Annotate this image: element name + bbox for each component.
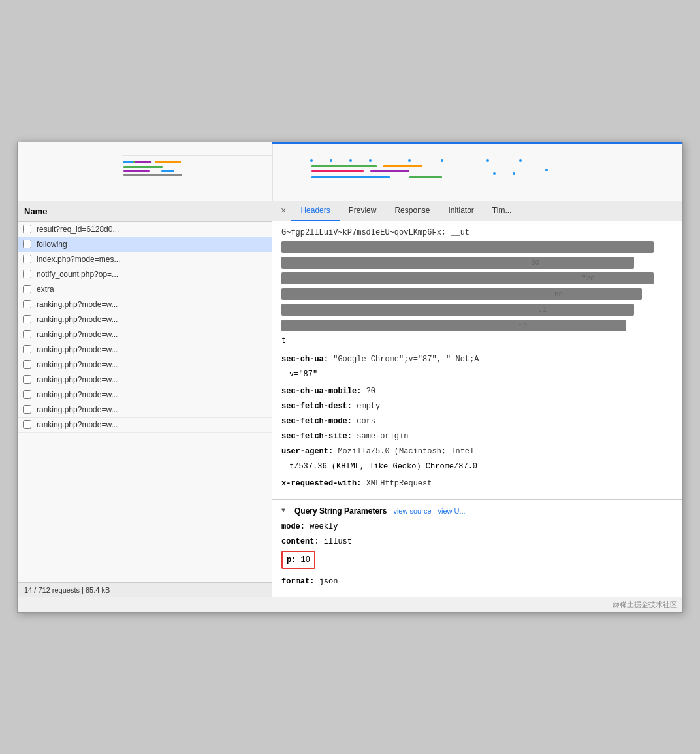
- sec-fetch-mode-key: sec-fetch-mode:: [281, 417, 352, 426]
- triangle-icon: ▼: [281, 507, 285, 514]
- qsp-header: ▼ Query String Parameters view source vi…: [281, 506, 673, 516]
- request-name: ranking.php?mode=w...: [37, 345, 118, 354]
- request-checkbox[interactable]: [23, 300, 31, 308]
- svg-rect-26: [409, 176, 442, 178]
- request-checkbox[interactable]: [23, 270, 31, 278]
- qsp-format-value: json: [319, 577, 338, 586]
- close-button[interactable]: ×: [276, 202, 291, 220]
- x-requested-with-key: x-requested-with:: [281, 479, 361, 488]
- list-item[interactable]: ranking.php?mode=w...: [18, 312, 272, 327]
- blurred-data-row: "2d: [281, 272, 654, 284]
- cookie-continuation: t: [281, 335, 673, 347]
- user-agent-cont-row: t/537.36 (KHTML, like Gecko) Chrome/87.0: [281, 461, 673, 472]
- request-checkbox[interactable]: [23, 420, 31, 429]
- sec-fetch-dest-row: sec-fetch-dest: empty: [281, 401, 673, 412]
- timeline-bar: [18, 142, 682, 201]
- sec-ch-ua-cont-row: v="87": [281, 369, 673, 380]
- svg-point-19: [493, 172, 496, 175]
- list-item[interactable]: ranking.php?mode=w...: [18, 372, 272, 387]
- list-item[interactable]: ranking.php?mode=w...: [18, 418, 272, 433]
- sec-fetch-site-key: sec-fetch-site:: [281, 432, 352, 441]
- request-name: ranking.php?mode=w...: [37, 360, 118, 369]
- sec-ch-ua-key: sec-ch-ua:: [281, 355, 328, 364]
- request-name: notify_count.php?op=...: [37, 270, 118, 279]
- request-checkbox[interactable]: [23, 345, 31, 353]
- list-item[interactable]: extra: [18, 282, 272, 297]
- request-checkbox[interactable]: [23, 240, 31, 248]
- sec-ch-ua-row: sec-ch-ua: "Google Chrome";v="87", " Not…: [281, 353, 673, 365]
- request-checkbox[interactable]: [23, 255, 31, 263]
- sec-fetch-site-row: sec-fetch-site: same-origin: [281, 431, 673, 442]
- view-decoded-link[interactable]: view U...: [438, 507, 466, 515]
- blurred-data-row: 30: [281, 257, 634, 269]
- left-panel: Name result?req_id=6128d0... following i…: [18, 201, 272, 597]
- cookie-value: G~fgp2llLuiV~kP7msdIeEU~qovLKmp6Fx; __ut: [281, 228, 673, 237]
- svg-rect-23: [311, 170, 364, 172]
- sec-ch-ua-mobile-key: sec-ch-ua-mobile:: [281, 387, 361, 396]
- svg-rect-25: [311, 176, 390, 178]
- request-checkbox[interactable]: [23, 405, 31, 414]
- sec-ch-ua-value: "Google Chrome";v="87", " Not;A: [333, 355, 479, 364]
- list-item[interactable]: ranking.php?mode=w...: [18, 327, 272, 342]
- qsp-content-value: illust: [324, 537, 352, 546]
- qsp-mode-value: weekly: [310, 522, 338, 531]
- svg-rect-8: [161, 170, 174, 172]
- sec-fetch-dest-key: sec-fetch-dest:: [281, 402, 352, 411]
- user-agent-row: user-agent: Mozilla/5.0 (Macintosh; Inte…: [281, 446, 673, 457]
- request-checkbox[interactable]: [23, 390, 31, 399]
- qsp-p-key: p:: [287, 555, 296, 565]
- request-name: following: [37, 240, 67, 249]
- list-item[interactable]: index.php?mode=mes...: [18, 252, 272, 267]
- devtools-window: Name result?req_id=6128d0... following i…: [17, 142, 683, 613]
- request-checkbox[interactable]: [23, 285, 31, 293]
- list-item[interactable]: notify_count.php?op=...: [18, 267, 272, 282]
- list-item[interactable]: ranking.php?mode=w...: [18, 402, 272, 418]
- qsp-title: Query String Parameters: [294, 506, 387, 516]
- sec-fetch-mode-row: sec-fetch-mode: cors: [281, 416, 673, 427]
- blurred-data-row: ~p: [281, 320, 626, 331]
- tab-headers[interactable]: Headers: [291, 201, 339, 221]
- request-name: ranking.php?mode=w...: [37, 330, 118, 339]
- request-checkbox[interactable]: [23, 360, 31, 369]
- view-source-link[interactable]: view source: [393, 507, 431, 515]
- list-item[interactable]: ranking.php?mode=w...: [18, 342, 272, 357]
- svg-rect-27: [272, 142, 682, 144]
- list-item[interactable]: ranking.php?mode=w...: [18, 297, 272, 312]
- list-item[interactable]: ranking.php?mode=w...: [18, 357, 272, 372]
- user-agent-key: user-agent:: [281, 447, 333, 456]
- svg-rect-6: [123, 166, 163, 168]
- svg-point-20: [513, 172, 515, 175]
- main-area: Name result?req_id=6128d0... following i…: [18, 201, 682, 597]
- tab-timing[interactable]: Tim...: [483, 201, 521, 221]
- svg-rect-4: [135, 161, 151, 163]
- list-item[interactable]: ranking.php?mode=w...: [18, 387, 272, 402]
- qsp-p-value: 10: [301, 555, 310, 565]
- blurred-data-row: [281, 241, 654, 253]
- sec-fetch-dest-value: empty: [357, 402, 380, 411]
- list-item[interactable]: following: [18, 237, 272, 252]
- tab-initiator[interactable]: Initiator: [439, 201, 483, 221]
- qsp-format-row: format: json: [281, 576, 673, 587]
- request-name: ranking.php?mode=w...: [37, 420, 118, 429]
- request-checkbox[interactable]: [23, 330, 31, 338]
- tab-preview[interactable]: Preview: [340, 201, 386, 221]
- sec-ch-ua-mobile-value: ?0: [366, 387, 375, 396]
- list-item[interactable]: result?req_id=6128d0...: [18, 222, 272, 237]
- right-panel: × Headers Preview Response Initiator Tim…: [272, 201, 682, 597]
- svg-rect-21: [311, 165, 377, 167]
- qsp-mode-row: mode: weekly: [281, 521, 673, 533]
- request-name: ranking.php?mode=w...: [37, 390, 118, 399]
- qsp-format-key: format:: [281, 577, 314, 586]
- request-checkbox[interactable]: [23, 315, 31, 323]
- svg-point-14: [408, 159, 411, 162]
- svg-point-12: [349, 159, 352, 162]
- request-checkbox[interactable]: [23, 225, 31, 233]
- tab-response[interactable]: Response: [385, 201, 439, 221]
- request-name: ranking.php?mode=w...: [37, 375, 118, 384]
- request-name: extra: [37, 285, 54, 294]
- request-name: ranking.php?mode=w...: [37, 405, 118, 414]
- request-checkbox[interactable]: [23, 375, 31, 384]
- svg-rect-3: [123, 161, 133, 163]
- user-agent-value: Mozilla/5.0 (Macintosh; Intel: [338, 447, 474, 456]
- request-name: ranking.php?mode=w...: [37, 300, 118, 309]
